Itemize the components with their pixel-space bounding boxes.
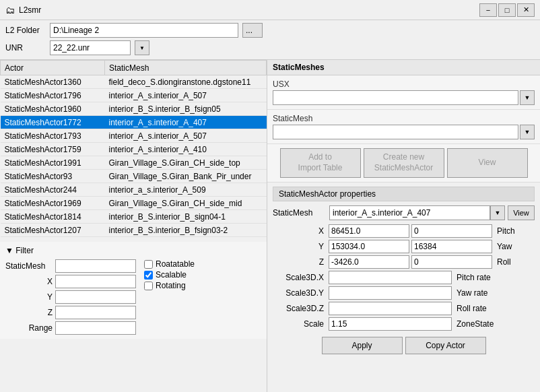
props-section: StaticMeshActor properties StaticMesh ▼ … [267,183,540,392]
scale3dz-input[interactable] [329,302,452,315]
mesh-cell: Giran_Village_S.Giran_CH_side_mid [105,197,267,210]
mesh-cell: interior_B_S.interior_B_fsign05 [105,102,267,116]
x-input[interactable] [329,224,409,238]
mesh-cell: interior_a_s.interior_A_509 [105,183,267,197]
scale3dz-row: Scale3D.Z Roll rate [273,302,535,315]
rotatable-checkbox[interactable] [144,260,153,269]
table-row[interactable]: StaticMeshActor1759interior_A_s.interior… [1,143,267,156]
minimize-button[interactable]: − [479,3,497,17]
z2-input[interactable] [411,255,492,269]
scale3dy-input[interactable] [329,286,452,300]
roll-rate-label: Roll rate [454,304,535,313]
filter-range-input[interactable] [55,321,136,335]
yaw-rate-label: Yaw rate [454,288,535,298]
unr-dropdown[interactable]: ▼ [135,40,149,55]
staticmesh-prop-label: StaticMesh [273,208,327,218]
mesh-cell: interior_B_S.interior_B_sign04-1 [105,210,267,224]
browse-button[interactable]: ... [242,23,263,38]
apply-button[interactable]: Apply [322,337,403,354]
z-row: Z Roll [273,255,535,269]
actor-cell: StaticMeshActor1969 [1,197,105,210]
staticmesh-combo-prop: ▼ [329,205,505,220]
scale-input[interactable] [329,317,452,331]
mesh-cell: interior_A_s.interior_A_410 [105,143,267,156]
title-bar: 🗂 L2smr − □ ✕ [0,0,540,20]
folder-input[interactable] [50,23,238,38]
actor-cell: StaticMeshActor1759 [1,143,105,156]
filter-range-label: Range [5,323,53,333]
rotating-checkbox-label[interactable]: Rotating [144,281,261,290]
view-usx-button[interactable]: View [447,148,528,178]
scale3dy-label: Scale3D.Y [273,288,327,298]
add-to-import-button[interactable]: Add to Import Table [280,148,361,178]
y-label: Y [273,242,327,251]
actor-table: Actor StaticMesh StaticMeshActor1360fiel… [0,60,267,237]
z-input[interactable] [329,255,409,269]
filter-y-input[interactable] [55,290,136,304]
mesh-cell: interior_B_S.interior_B_fsign03-2 [105,224,267,237]
usx-section: USX ▼ [267,75,540,110]
table-row[interactable]: StaticMeshActor1796interior_A_s.interior… [1,89,267,102]
staticmesh-combo-input[interactable] [273,125,518,139]
mesh-cell: interior_A_s.interior_A_507 [105,89,267,102]
bottom-buttons: Apply Copy Actor [273,333,535,358]
scale3dx-input[interactable] [329,271,452,284]
staticmesh-prop-dropdown[interactable]: ▼ [490,205,505,220]
scalable-checkbox[interactable] [144,271,153,280]
close-button[interactable]: ✕ [517,3,535,17]
table-row[interactable]: StaticMeshActor1207interior_B_S.interior… [1,224,267,237]
staticmesh-prop-row: StaticMesh ▼ View [273,205,535,220]
copy-actor-button[interactable]: Copy Actor [405,337,486,354]
filter-toggle[interactable]: ▼ Filter [5,246,261,255]
unr-input[interactable] [50,40,131,55]
filter-header-label: ▼ Filter [5,246,34,255]
yaw-label: Yaw [494,242,535,251]
actor-cell: StaticMeshActor1793 [1,129,105,143]
table-row[interactable]: StaticMeshActor244interior_a_s.interior_… [1,183,267,197]
filter-staticmesh-label: StaticMesh [5,261,53,271]
staticmesh-prop-input[interactable] [329,205,490,220]
actor-table-container: Actor StaticMesh StaticMeshActor1360fiel… [0,60,267,242]
actor-cell: StaticMeshActor1207 [1,224,105,237]
y-input[interactable] [329,240,409,253]
static-meshes-header: StaticMeshes [267,60,540,75]
table-row[interactable]: StaticMeshActor93Giran_Village_S.Giran_B… [1,170,267,183]
table-row[interactable]: StaticMeshActor1772interior_A_s.interior… [1,116,267,129]
filter-x-input[interactable] [55,275,136,288]
actor-cell: StaticMeshActor1814 [1,210,105,224]
scale3dy-row: Scale3D.Y Yaw rate [273,286,535,300]
table-row[interactable]: StaticMeshActor1360field_deco_S.diongira… [1,75,267,89]
rotating-checkbox[interactable] [144,282,153,290]
z-label: Z [273,257,327,267]
folder-label: L2 Folder [5,26,46,35]
actor-cell: StaticMeshActor1960 [1,102,105,116]
staticmesh-dropdown[interactable]: ▼ [520,125,535,139]
table-row[interactable]: StaticMeshActor1793interior_A_s.interior… [1,129,267,143]
scale-label: Scale [273,319,327,329]
maximize-button[interactable]: □ [498,3,516,17]
usx-dropdown[interactable]: ▼ [520,90,535,105]
filter-staticmesh-input[interactable] [55,259,136,273]
rotatable-checkbox-label[interactable]: Roatatable [144,259,261,269]
checkbox-group: Roatatable Scalable Rotating [144,259,261,335]
filter-x-label: X [5,277,53,286]
scale3dx-row: Scale3D.X Pitch rate [273,271,535,284]
table-row[interactable]: StaticMeshActor1991Giran_Village_S.Giran… [1,156,267,170]
roll-label: Roll [494,257,535,267]
x2-input[interactable] [411,224,492,238]
mesh-cell: field_deco_S.diongiranstone.dgstone11 [105,75,267,89]
usx-input[interactable] [273,90,518,105]
title-bar-title: L2smr [19,5,41,15]
app-icon: 🗂 [5,5,15,15]
mesh-cell: interior_A_s.interior_A_507 [105,129,267,143]
view-prop-button[interactable]: View [508,205,535,220]
staticmesh-combo-label: StaticMesh [273,114,535,123]
table-row[interactable]: StaticMeshActor1814interior_B_S.interior… [1,210,267,224]
scalable-checkbox-label[interactable]: Scalable [144,270,261,280]
x-label: X [273,226,327,236]
create-new-staticmeshactor-button[interactable]: Create new StaticMeshActor [364,148,444,178]
y2-input[interactable] [411,240,492,253]
table-row[interactable]: StaticMeshActor1960interior_B_S.interior… [1,102,267,116]
filter-z-input[interactable] [55,306,136,319]
table-row[interactable]: StaticMeshActor1969Giran_Village_S.Giran… [1,197,267,210]
